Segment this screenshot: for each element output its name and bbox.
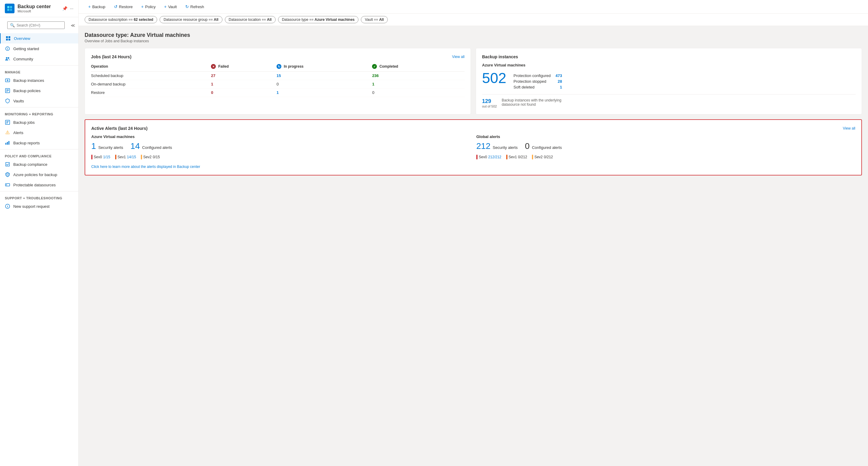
jobs-col-failed: ✕ Failed [211,63,277,72]
filter-vault[interactable]: Vault == All [361,16,388,23]
sidebar-item-azure-policies-label: Azure policies for backup [13,172,57,177]
app-subtitle: Microsoft [18,9,59,13]
backup-button[interactable]: + Backup [85,2,109,11]
restore-button-label: Restore [119,4,133,9]
global-configured-count: 0 Configured alerts [525,141,562,151]
job-inprogress[interactable]: 1 [277,89,372,97]
bi-vm-title: Azure Virtual machines [482,63,856,67]
search-input[interactable] [17,23,62,28]
vault-button[interactable]: + Vault [160,2,180,11]
bi-out-of-label: out of 502 [482,104,497,108]
filter-location-value: All [267,18,271,22]
refresh-button[interactable]: ↻ Refresh [182,2,208,11]
filter-bar: Datasource subscription == 62 selected D… [79,13,868,26]
sidebar: Backup center Microsoft 📌 ··· 🔍 ≪ Overvi… [0,0,79,466]
sidebar-item-protectable-datasources[interactable]: Protectable datasources [0,180,78,190]
sev-value[interactable]: 212/212 [488,155,501,159]
bi-soft-deleted-value[interactable]: 1 [556,85,562,89]
sidebar-item-backup-compliance[interactable]: Backup compliance [0,159,78,169]
sidebar-header-actions: 📌 ··· [62,6,73,11]
bi-not-found-count[interactable]: 129 [482,98,497,104]
ellipsis-icon[interactable]: ··· [70,6,73,11]
app-title: Backup center [18,4,59,9]
sev-value[interactable]: 1/15 [103,155,110,159]
filter-subscription[interactable]: Datasource subscription == 62 selected [85,16,157,23]
filter-location[interactable]: Datasource location == All [225,16,276,23]
sidebar-item-alerts[interactable]: Alerts [0,128,78,138]
svg-point-8 [6,57,7,59]
sidebar-item-new-support-request[interactable]: New support request [0,201,78,211]
jobs-card-title: Jobs (last 24 Hours) View all [91,54,465,59]
sev-item: Sev2 0/212 [532,155,553,160]
sev-label: Sev0 [94,155,102,159]
sev-value: 0/212 [518,155,527,159]
table-row: On-demand backup 1 0 1 [91,80,465,89]
app-title-block: Backup center Microsoft [18,4,59,13]
sidebar-item-backup-reports[interactable]: Backup reports [0,138,78,148]
svg-rect-2 [7,9,9,11]
job-operation: Restore [91,89,211,97]
alerts-learn-more-link[interactable]: Click here to learn more about the alert… [91,165,200,169]
divider-4 [0,191,78,192]
job-operation: Scheduled backup [91,72,211,80]
svg-rect-4 [6,36,8,38]
refresh-button-label: Refresh [190,4,204,9]
global-sev-row: Sev0 212/212 Sev1 0/212 Sev2 0/212 [476,155,855,160]
sidebar-item-azure-policies[interactable]: Azure policies for backup [0,169,78,180]
restore-button[interactable]: ↺ Restore [110,2,136,11]
sidebar-header: Backup center Microsoft 📌 ··· [0,0,78,17]
azure-security-count: 1 Security alerts [91,141,123,151]
backup-plus-icon: + [88,4,91,9]
filter-resource-group-value: All [214,18,218,22]
bi-bottom-section: 129 out of 502 Backup instances with the… [482,94,856,108]
bi-total-count[interactable]: 502 [482,71,506,86]
bi-main-row: 502 Protection configured 473 Protection… [482,71,856,89]
protectable-datasources-icon [5,182,10,188]
manage-section-label: Manage [0,67,78,75]
alerts-view-all-link[interactable]: View all [843,126,855,130]
sidebar-item-new-support-request-label: New support request [13,204,50,209]
sidebar-item-overview-label: Overview [14,36,30,41]
bi-bottom-num-block: 129 out of 502 [482,98,497,108]
job-completed[interactable]: 1 [372,80,465,89]
job-failed[interactable]: 1 [211,80,277,89]
sidebar-item-backup-instances[interactable]: Backup instances [0,75,78,86]
sev-value[interactable]: 14/15 [127,155,136,159]
sidebar-item-vaults[interactable]: Vaults [0,96,78,106]
sidebar-item-overview[interactable]: Overview [0,33,78,43]
pin-icon[interactable]: 📌 [62,6,67,11]
sev-item: Sev1 14/15 [115,155,136,160]
job-completed[interactable]: 236 [372,72,465,80]
collapse-sidebar-button[interactable]: ≪ [69,22,76,29]
global-alerts-section: Global alerts 212 Security alerts 0 Conf… [476,134,855,160]
sev-bar [532,155,533,160]
sidebar-item-backup-policies[interactable]: Backup policies [0,86,78,96]
sidebar-item-backup-jobs[interactable]: Backup jobs [0,117,78,128]
alerts-card-title: Active Alerts (last 24 Hours) View all [91,126,855,131]
sidebar-item-getting-started[interactable]: Getting started [0,43,78,54]
sev-item: Sev0 1/15 [91,155,110,160]
bi-protection-configured-value[interactable]: 473 [556,73,562,78]
jobs-col-inprogress: ↻ In progress [277,63,372,72]
filter-datasource-type[interactable]: Datasource type == Azure Virtual machine… [278,16,359,23]
filter-resource-group[interactable]: Datasource resource group == All [160,16,222,23]
job-failed[interactable]: 27 [211,72,277,80]
global-alerts-title: Global alerts [476,134,855,139]
svg-rect-6 [6,39,8,40]
policy-button[interactable]: + Policy [137,2,159,11]
sev-bar [91,155,92,160]
search-row: 🔍 ≪ [0,17,78,33]
svg-rect-0 [7,6,9,8]
restore-icon: ↺ [114,4,118,9]
app-logo [5,4,14,13]
azure-alerts-title: Azure Virtual machines [91,134,470,139]
job-inprogress[interactable]: 15 [277,72,372,80]
svg-rect-5 [8,36,10,38]
bi-not-found-label: Backup instances with the underlying dat… [502,98,562,108]
bi-protection-stopped-value[interactable]: 28 [556,79,562,84]
jobs-view-all-link[interactable]: View all [452,55,465,59]
azure-sev-row: Sev0 1/15 Sev1 14/15 Sev2 0/15 [91,155,470,160]
job-inprogress: 0 [277,80,372,89]
sidebar-item-community[interactable]: Community [0,54,78,64]
completed-status-icon: ✓ [372,64,377,69]
